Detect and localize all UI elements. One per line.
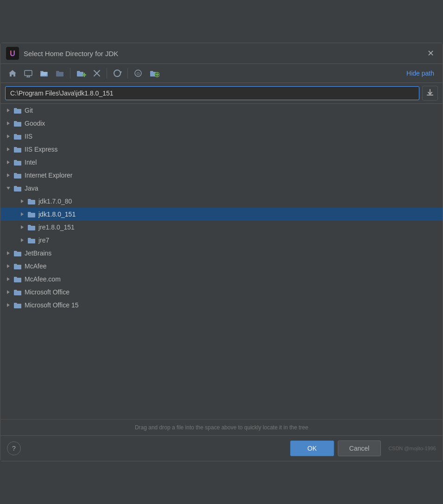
separator3 — [127, 68, 128, 78]
footer: ? OK Cancel CSDN @mojito-1996 — [0, 435, 443, 461]
add-root-button[interactable] — [146, 67, 162, 80]
folder2-button[interactable] — [52, 67, 67, 80]
tree-item[interactable]: Git — [0, 104, 443, 117]
tree-item[interactable]: jdk1.7.0_80 — [0, 195, 443, 208]
svg-text:⊙: ⊙ — [136, 71, 140, 76]
ok-button[interactable]: OK — [290, 440, 334, 456]
path-input[interactable] — [5, 86, 419, 100]
svg-marker-31 — [7, 277, 10, 281]
chevron-icon — [5, 289, 12, 295]
open-folder-button[interactable] — [37, 67, 51, 80]
tree-item-label: McAfee.com — [25, 275, 61, 283]
svg-marker-32 — [7, 290, 10, 294]
separator1 — [70, 68, 70, 78]
footer-actions: OK Cancel CSDN @mojito-1996 — [290, 440, 436, 456]
tree-item[interactable]: JetBrains — [0, 247, 443, 260]
chevron-icon — [5, 120, 12, 127]
folder-icon — [13, 288, 22, 296]
separator2 — [107, 68, 107, 78]
help-button[interactable]: ? — [7, 441, 21, 455]
delete-button[interactable] — [90, 67, 104, 79]
chevron-icon — [19, 224, 25, 230]
tree-item[interactable]: McAfee — [0, 260, 443, 273]
toolbar: ⊙ Hide path — [0, 64, 443, 83]
tree-item[interactable]: jdk1.8.0_151 — [0, 208, 443, 221]
chevron-icon — [5, 185, 12, 191]
select-home-directory-dialog: U Select Home Directory for JDK ✕ — [0, 43, 443, 461]
open-folder-icon — [39, 69, 49, 78]
folder-icon — [13, 185, 22, 192]
drag-hint: Drag and drop a file into the space abov… — [0, 419, 443, 435]
tree-item-label: jre1.8.0_151 — [38, 223, 75, 231]
folder-icon — [13, 146, 22, 153]
download-icon — [426, 89, 434, 96]
svg-marker-26 — [21, 212, 24, 216]
svg-marker-20 — [7, 134, 10, 138]
tree-item-label: Intel — [25, 159, 37, 166]
home-button[interactable] — [5, 67, 20, 80]
chevron-icon — [5, 276, 12, 282]
folder-icon — [13, 133, 22, 140]
refresh-button[interactable] — [110, 67, 125, 80]
svg-marker-29 — [7, 251, 10, 255]
tree-item[interactable]: Goodix — [0, 117, 443, 130]
cancel-button[interactable]: Cancel — [338, 440, 381, 456]
app-logo: U — [6, 47, 19, 60]
chevron-icon — [5, 302, 12, 308]
folder-icon — [27, 211, 36, 218]
svg-marker-22 — [7, 160, 10, 164]
folder-icon — [13, 159, 22, 166]
chevron-icon — [19, 198, 25, 204]
tree-item[interactable]: IIS Express — [0, 143, 443, 156]
tree-item[interactable]: IIS — [0, 130, 443, 143]
folder-icon — [13, 301, 22, 309]
tree-item-label: Java — [25, 185, 38, 192]
tree-item-label: McAfee — [25, 262, 46, 270]
tree-item[interactable]: Microsoft Office — [0, 286, 443, 299]
tree-item-label: Internet Explorer — [25, 172, 73, 179]
chevron-icon — [19, 211, 25, 217]
svg-marker-25 — [21, 199, 24, 203]
svg-marker-19 — [7, 121, 10, 125]
folder-icon — [13, 262, 22, 270]
tree-item-label: Goodix — [25, 120, 45, 127]
new-folder-icon — [76, 69, 86, 78]
hide-path-button[interactable]: Hide path — [403, 68, 438, 79]
watermark: CSDN @mojito-1996 — [388, 446, 436, 451]
bookmark-button[interactable]: ⊙ — [131, 67, 146, 80]
chevron-icon — [5, 172, 12, 179]
dialog-title: Select Home Directory for JDK — [24, 50, 424, 57]
folder-icon — [13, 275, 22, 283]
folder-icon — [13, 172, 22, 179]
chevron-icon — [5, 250, 12, 256]
new-folder-button[interactable] — [73, 67, 89, 80]
tree-item-label: IIS Express — [25, 146, 58, 153]
tree-item[interactable]: jre1.8.0_151 — [0, 221, 443, 234]
svg-marker-23 — [7, 173, 10, 177]
desktop-button[interactable] — [21, 67, 36, 80]
tree-item[interactable]: Internet Explorer — [0, 169, 443, 182]
chevron-icon — [5, 159, 12, 166]
svg-marker-30 — [7, 264, 10, 268]
folder-icon — [27, 236, 36, 244]
path-bar — [0, 83, 443, 104]
tree-item-label: jdk1.8.0_151 — [38, 211, 76, 218]
close-button[interactable]: ✕ — [424, 47, 437, 59]
svg-text:U: U — [10, 50, 15, 57]
path-download-button[interactable] — [422, 86, 438, 101]
refresh-icon — [113, 69, 122, 78]
home-icon — [8, 69, 17, 78]
delete-icon — [93, 69, 101, 77]
chevron-icon — [5, 133, 12, 140]
tree-item[interactable]: jre7 — [0, 234, 443, 247]
folder-icon — [13, 249, 22, 257]
tree-item-label: Microsoft Office 15 — [25, 301, 78, 309]
tree-item[interactable]: Java — [0, 182, 443, 195]
tree-item-label: Microsoft Office — [25, 288, 70, 296]
tree-item[interactable]: Microsoft Office 15 — [0, 299, 443, 312]
tree-item[interactable]: McAfee.com — [0, 273, 443, 286]
title-bar: U Select Home Directory for JDK ✕ — [0, 43, 443, 64]
tree-item[interactable]: Intel — [0, 156, 443, 169]
folder-icon — [13, 107, 22, 114]
tree-item-label: JetBrains — [25, 249, 51, 257]
